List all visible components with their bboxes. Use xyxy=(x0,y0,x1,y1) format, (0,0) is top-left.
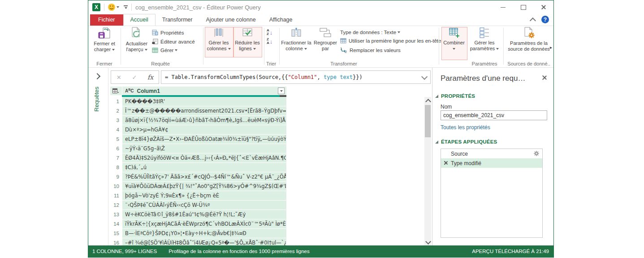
table-row: 13 W÷èKCöèTâ©î_ÿ8š#1Êaú''I¢%@Éë?Ÿ h¦!L;˜… xyxy=(110,210,286,219)
cell-column1[interactable]: ÊØ4Ä)‡S2úyifóöW<¤ Òä«Æß…j›‹{‹Á»Ð„*ëJ{ˆ<E… xyxy=(122,153,286,163)
dropdown-caret xyxy=(453,48,455,50)
cancel-formula-icon[interactable]: ✕ xyxy=(117,74,121,81)
close-and-load-button[interactable]: Fermer et charger xyxy=(90,27,119,52)
row-number[interactable]: 3 xyxy=(110,116,122,125)
tab-affichage[interactable]: Affichage xyxy=(263,14,299,26)
cell-column1[interactable]: ¨‹QŠÞ‡é˜CÙÁÂî‹ýËÑ‹‹cÇö W-Ü¾º xyxy=(122,201,286,210)
vertical-scrollbar[interactable] xyxy=(424,97,431,245)
group-by-label: Regrouper par xyxy=(312,40,338,52)
scroll-up-icon[interactable] xyxy=(425,99,431,105)
manage-parameters-label: Gérer les paramètres xyxy=(470,40,495,51)
status-preview-time: APERÇU TÉLÉCHARGÉ À 21:49 xyxy=(472,249,549,254)
data-source-settings-button[interactable]: Paramètres de la source de données xyxy=(505,27,553,52)
row-number[interactable]: 13 xyxy=(110,210,122,219)
manage-parameters-button[interactable]: Gérer les paramètres xyxy=(468,27,501,52)
tab-fichier[interactable]: Fichier xyxy=(90,14,123,26)
step-source[interactable]: Source xyxy=(441,149,542,158)
table-row: 14 ïŸkrÃK÷¦{xçæHjACãÁ·èËWprzó¶C´vhBOLæÂX… xyxy=(110,219,286,229)
all-properties-link[interactable]: Toutes les propriétés xyxy=(441,124,490,131)
cell-column1[interactable]: þógå~Vò'zyÉ Ý;9¤Èx¶» {¿Ë÷bçm èÈ xyxy=(122,191,286,201)
row-number[interactable]: 2 xyxy=(110,106,122,116)
close-load-icon xyxy=(98,27,111,39)
row-number[interactable]: 6 xyxy=(110,144,122,153)
ribbon-overflow-icon[interactable]: ▸ xyxy=(550,45,552,50)
cell-column1[interactable]: PK����3‡IR' xyxy=(122,97,286,106)
row-number[interactable]: 8 xyxy=(110,163,122,172)
delete-step-icon[interactable] xyxy=(443,161,448,165)
expand-queries-pane-icon[interactable] xyxy=(94,73,100,79)
dropdown-caret xyxy=(496,48,499,50)
minimize-button[interactable] xyxy=(493,0,513,14)
sort-ascending-button[interactable]: AZ ↓ xyxy=(267,29,272,36)
reduce-rows-button[interactable]: Réduire les lignes xyxy=(233,27,262,52)
cell-column1[interactable]: ~ÿÝ‹ä¨G5g–ã\Ž xyxy=(122,144,286,153)
commit-formula-icon[interactable]: ✓ xyxy=(132,74,137,81)
row-number[interactable]: 1 xyxy=(110,97,122,106)
formula-input[interactable]: = Table.TransformColumnTypes(Source,{{"C… xyxy=(161,70,431,84)
manage-button[interactable]: Gérer xyxy=(152,48,177,53)
maximize-button[interactable] xyxy=(513,0,533,14)
scrollbar-thumb[interactable] xyxy=(425,105,431,137)
applied-steps-section-header[interactable]: ÉTAPES APPLIQUÉES xyxy=(435,139,497,144)
column-header-column1[interactable]: ABC Column1 xyxy=(122,87,286,95)
table-row: 12 ¨‹QŠÞ‡é˜CÙÁÂî‹ýËÑ‹‹cÇö W-Ü¾º xyxy=(110,201,286,210)
cell-column1[interactable]: ?ÞÉ&%ÜÎìtãÝç»7' Äãã>x£´#cQJÓ--$4Ñí™&Ñuˆ … xyxy=(122,172,286,182)
select-all-corner[interactable] xyxy=(110,87,122,95)
status-profiling[interactable]: Profilage de la colonne en fonction des … xyxy=(169,249,310,254)
dropdown-caret xyxy=(304,48,307,50)
row-number[interactable]: 5 xyxy=(110,135,122,144)
cell-column1[interactable]: ïŸkrÃK÷¦{xçæHjACãÁ·èËWprzó¶C´vhBOLæÂXÌc0… xyxy=(122,219,286,229)
group-by-button[interactable]: Regrouper par xyxy=(312,27,338,52)
row-number[interactable]: 7 xyxy=(110,153,122,163)
cell-column1[interactable]: –#î ¾é@[SÖ'¥ìÀÙíH‡8Õâˆ″i4IÆø¿Q«5ª�—'$Ô„x… xyxy=(122,238,286,245)
cell-column1[interactable]: B—·ÌEªCôº}ŠÞD¢¡Y0»¦•Eày÷H+k;@Ãvb€|‡¾¤Ð xyxy=(122,229,286,238)
cell-column1[interactable]: Î™z��±@�����arrondissement2021.csv•[Ërã8… xyxy=(122,106,286,116)
expand-formula-icon[interactable] xyxy=(421,74,428,80)
row-number[interactable]: 11 xyxy=(110,191,122,201)
help-icon[interactable]: ? xyxy=(541,16,549,23)
close-button[interactable] xyxy=(533,0,553,14)
tab-ajouter-une-colonne[interactable]: Ajouter une colonne xyxy=(199,14,262,26)
reduce-rows-label: Réduire les lignes xyxy=(235,40,260,51)
feedback-smiley-icon[interactable] xyxy=(108,4,115,11)
cell-column1[interactable]: Dù×ª>µ=hGÀ¥¢ xyxy=(122,125,286,135)
tab-accueil[interactable]: Accueil xyxy=(123,14,156,26)
row-number[interactable]: 14 xyxy=(110,219,122,229)
quick-access-toolbar-icon[interactable] xyxy=(124,5,128,9)
row-number[interactable]: 4 xyxy=(110,125,122,135)
refresh-preview-button[interactable]: Actualiser l'aperçu xyxy=(122,27,151,52)
properties-button[interactable]: Propriétés xyxy=(152,30,184,35)
combine-button[interactable]: Combiner xyxy=(441,27,467,52)
query-name-input[interactable] xyxy=(441,110,547,120)
manage-columns-icon xyxy=(213,27,225,39)
smiley-dropdown-caret[interactable] xyxy=(117,6,119,8)
use-first-row-button[interactable]: Utiliser la première ligne pour les en-t… xyxy=(340,38,448,44)
row-number[interactable]: 16 xyxy=(110,238,122,245)
sort-descending-button[interactable]: ZA ↓ xyxy=(267,38,272,45)
advanced-editor-button[interactable]: Éditeur avancé xyxy=(152,39,195,44)
data-type-button[interactable]: Type de données : Texte xyxy=(340,30,400,35)
cell-column1[interactable]: W÷èKCöèTâ©î_ÿ8š#1Êaú''I¢%@Éë?Ÿ h¦!L;˜Æý xyxy=(122,210,286,219)
scroll-down-icon[interactable] xyxy=(425,239,431,245)
row-number[interactable]: 9 xyxy=(110,172,122,182)
step-settings-gear-icon[interactable] xyxy=(533,150,540,158)
collapse-ribbon-icon[interactable] xyxy=(530,17,536,24)
dropdown-caret xyxy=(398,31,400,33)
filter-button[interactable] xyxy=(278,87,285,94)
row-number[interactable]: 10 xyxy=(110,182,122,191)
cell-column1[interactable]: eLP±8ï4}øŽÀïš—Z•X›–ÐAËÛoßûOatæ¾Í0¾±ïü§"?… xyxy=(122,135,286,144)
tab-transformer[interactable]: Transformer xyxy=(156,14,199,26)
manage-columns-button[interactable]: Gérer les colonnes xyxy=(204,27,233,52)
split-column-icon xyxy=(290,27,302,39)
ribbon-tab-strip: Fichier Accueil Transformer Ajouter une … xyxy=(88,14,553,26)
row-number[interactable]: 12 xyxy=(110,201,122,210)
cell-column1[interactable]: ¥uïà¥ÔûüDÁœÁ£þzŸ{| ¾!"ˆAo0"gZ[Ÿ¾86>yÓ#^9… xyxy=(122,182,286,191)
cell-column1[interactable]: ã8üøj×ï{½¾7öqìi=ùáÆ›û}ñbâT‹hâÒm¶è„Igš…ëu… xyxy=(122,116,286,125)
split-column-button[interactable]: Fractionner la colonne xyxy=(281,27,311,52)
row-number[interactable]: 15 xyxy=(110,229,122,238)
cell-column1[interactable]: ‡C)á,´„ú xyxy=(122,163,286,172)
panel-close-icon[interactable] xyxy=(542,75,547,80)
step-changed-type[interactable]: Type modifié xyxy=(441,158,542,168)
properties-section-header[interactable]: PROPRIÉTÉS xyxy=(435,93,475,99)
replace-values-button[interactable]: 1 2 Remplacer les valeurs xyxy=(340,47,401,53)
